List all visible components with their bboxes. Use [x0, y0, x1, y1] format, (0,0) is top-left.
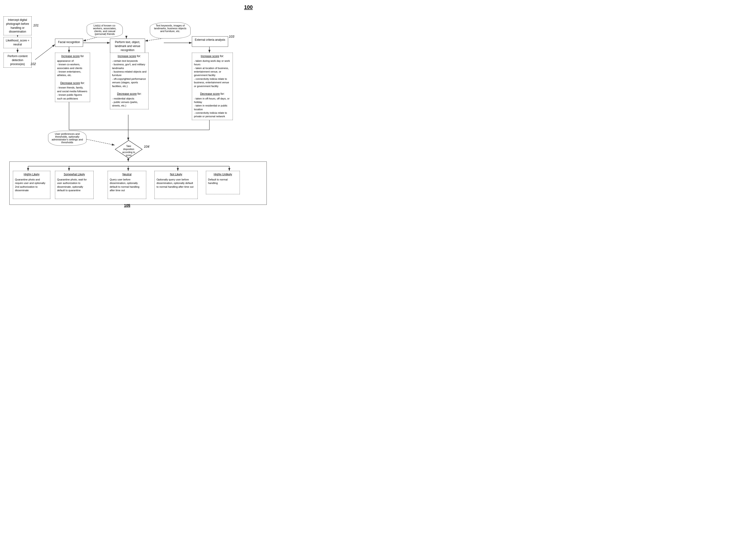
ref-100: 100: [244, 4, 253, 10]
increase-external-box: Increase score for: - taken during work …: [192, 53, 233, 120]
increase-object-intro: Increase score for:: [112, 54, 147, 58]
highly-likely-box: Highly Likely Quarantine photo and requi…: [13, 171, 50, 199]
ref-103: 103: [229, 35, 234, 38]
highly-unlikely-label: Highly Unlikely: [214, 173, 232, 176]
ref-101: 101: [33, 23, 39, 27]
decrease-external-intro: Decrease score for:: [194, 92, 231, 96]
user-prefs-label: User preferences and thresholds, optiona…: [52, 132, 83, 144]
external-criteria-box: External criteria analysis: [192, 36, 228, 47]
svg-text:score: score: [126, 154, 132, 157]
not-likely-box: Not Likely Optionally query user before …: [155, 171, 198, 199]
likelihood-label: Likelihood_score = neutral: [6, 39, 29, 46]
increase-facial-body: appearance of:- known co-workers, associ…: [57, 59, 88, 77]
highly-unlikely-box: Highly Unlikely Default to normal handli…: [206, 171, 240, 194]
increase-object-body: - certain text keywords- business, gov't…: [112, 59, 147, 88]
highly-unlikely-body: Default to normal handling: [208, 178, 238, 185]
diagram: 100: [0, 0, 281, 211]
disposition-diamond: Take disposition according to score: [115, 140, 143, 159]
somewhat-likely-body: Quarantine photo, wait for user authoriz…: [57, 178, 92, 192]
facial-rec-box: Facial recognition: [55, 39, 83, 47]
external-criteria-label: External criteria analysis: [195, 38, 225, 42]
text-object-box: Perform text, object, landmark and venue…: [110, 39, 145, 54]
text-keywords-cloud: Text keywords, images of landmarks, busi…: [150, 22, 191, 39]
neutral-out-label: Neutral: [122, 173, 131, 176]
ref-104: 104: [144, 145, 149, 148]
decrease-facial-intro: Decrease score for:: [57, 81, 88, 85]
decrease-object-intro: Decrease score for:: [112, 92, 147, 96]
known-list-cloud: List(s) of known co-workers, associates,…: [86, 22, 123, 38]
content-detect-box: Perform content detection process(es): [3, 53, 32, 68]
not-likely-label: Not Likely: [170, 173, 182, 176]
intercept-label: Intercept digital photograph before hand…: [6, 18, 29, 33]
text-keywords-label: Text keywords, images of landmarks, busi…: [154, 24, 186, 33]
likelihood-box: Likelihood_score = neutral: [3, 37, 32, 48]
known-list-label: List(s) of known co-workers, associates,…: [93, 24, 117, 35]
highly-likely-label: Highly Likely: [23, 173, 39, 176]
facial-rec-label: Facial recognition: [58, 41, 80, 44]
ref-105: 105: [124, 204, 130, 208]
text-object-label: Perform text, object, landmark and venue…: [115, 41, 140, 52]
user-prefs-cloud: User preferences and thresholds, optiona…: [48, 130, 86, 146]
content-detect-label: Perform content detection process(es): [7, 55, 27, 66]
svg-text:Take: Take: [126, 145, 131, 148]
highly-likely-body: Quarantine photo and require user and op…: [15, 178, 48, 192]
neutral-out-box: Neutral Query user before dissemination,…: [108, 171, 146, 199]
somewhat-likely-label: Somewhat Likely: [64, 173, 85, 176]
increase-external-intro: Increase score for:: [194, 54, 231, 58]
increase-facial-box: Increase score for appearance of:- known…: [55, 53, 90, 102]
ref-102: 102: [31, 62, 36, 66]
increase-external-body: - taken during work day or work hours- t…: [194, 59, 231, 88]
increase-facial-intro: Increase score for: [57, 54, 88, 58]
svg-line-4: [35, 45, 55, 60]
svg-text:according to: according to: [122, 151, 135, 154]
somewhat-likely-box: Somewhat Likely Quarantine photo, wait f…: [55, 171, 94, 199]
not-likely-body: Optionally query user before disseminati…: [157, 178, 195, 189]
svg-line-19: [86, 139, 115, 145]
decrease-facial-body: - known friends, family, and social medi…: [57, 86, 88, 100]
decrease-object-body: - residential objects- public venues (pa…: [112, 97, 147, 108]
intercept-box: Intercept digital photograph before hand…: [3, 16, 32, 35]
increase-object-box: Increase score for: - certain text keywo…: [110, 53, 149, 109]
decrease-external-body: - taken in off-hours, off days, or holid…: [194, 97, 231, 118]
neutral-out-body: Query user before dissemination, optiona…: [110, 178, 144, 192]
svg-text:disposition: disposition: [123, 148, 134, 151]
